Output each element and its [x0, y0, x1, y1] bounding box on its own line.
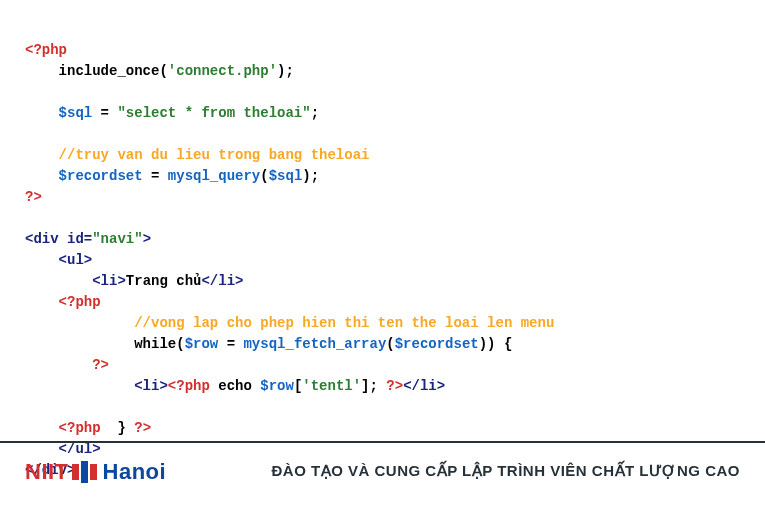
php-open-tag: <?php [168, 378, 210, 394]
php-variable: $sql [25, 105, 92, 121]
php-open-tag: <?php [25, 42, 67, 58]
php-code-block: <?php include_once('connect.php'); $sql … [0, 0, 765, 501]
svg-rect-2 [90, 464, 97, 480]
logo-mark-icon [71, 461, 101, 483]
php-function: mysql_query [168, 168, 260, 184]
php-function: mysql_fetch_array [243, 336, 386, 352]
html-tag: <ul> [25, 252, 92, 268]
php-close-tag: ?> [134, 420, 151, 436]
code-text: ; [311, 105, 319, 121]
code-text: while( [25, 336, 185, 352]
html-tag: </li> [201, 273, 243, 289]
logo-hanoi-text: Hanoi [103, 455, 167, 488]
php-variable: $sql [269, 168, 303, 184]
footer-bar: NIIT Hanoi ĐÀO TẠO VÀ CUNG CẤP LẬP TRÌNH… [0, 441, 765, 488]
html-tag: > [143, 231, 151, 247]
code-text: )) { [479, 336, 513, 352]
svg-rect-0 [72, 464, 79, 480]
brand-logo: NIIT Hanoi [25, 455, 166, 488]
php-string: 'tentl' [302, 378, 361, 394]
php-string: "select * from theloai" [117, 105, 310, 121]
code-text: = [92, 105, 117, 121]
php-variable: $recordset [25, 168, 143, 184]
php-open-tag: <?php [25, 420, 101, 436]
code-text: ]; [361, 378, 386, 394]
footer-tagline: ĐÀO TẠO VÀ CUNG CẤP LẬP TRÌNH VIÊN CHẤT … [272, 460, 740, 483]
html-tag: <li> [25, 273, 126, 289]
php-string: 'connect.php' [168, 63, 277, 79]
html-attr-value: "navi" [92, 231, 142, 247]
code-text: include_once( [25, 63, 168, 79]
php-comment: //truy van du lieu trong bang theloai [25, 147, 369, 163]
php-comment: //vong lap cho phep hien thi ten the loa… [25, 315, 554, 331]
code-text: = [218, 336, 243, 352]
code-text: ( [260, 168, 268, 184]
php-variable: $row [260, 378, 294, 394]
code-text: = [143, 168, 168, 184]
svg-rect-1 [81, 461, 88, 483]
code-text: ( [386, 336, 394, 352]
html-tag: <li> [25, 378, 168, 394]
php-variable: $recordset [395, 336, 479, 352]
html-text: Trang chủ [126, 273, 202, 289]
php-close-tag: ?> [386, 378, 403, 394]
code-text: ); [277, 63, 294, 79]
php-close-tag: ?> [25, 357, 109, 373]
code-text: ); [302, 168, 319, 184]
code-text: echo [210, 378, 260, 394]
code-text: } [101, 420, 135, 436]
html-tag: <div id= [25, 231, 92, 247]
php-variable: $row [185, 336, 219, 352]
php-open-tag: <?php [25, 294, 101, 310]
logo-niit-text: NIIT [25, 455, 69, 488]
php-close-tag: ?> [25, 189, 42, 205]
html-tag: </li> [403, 378, 445, 394]
